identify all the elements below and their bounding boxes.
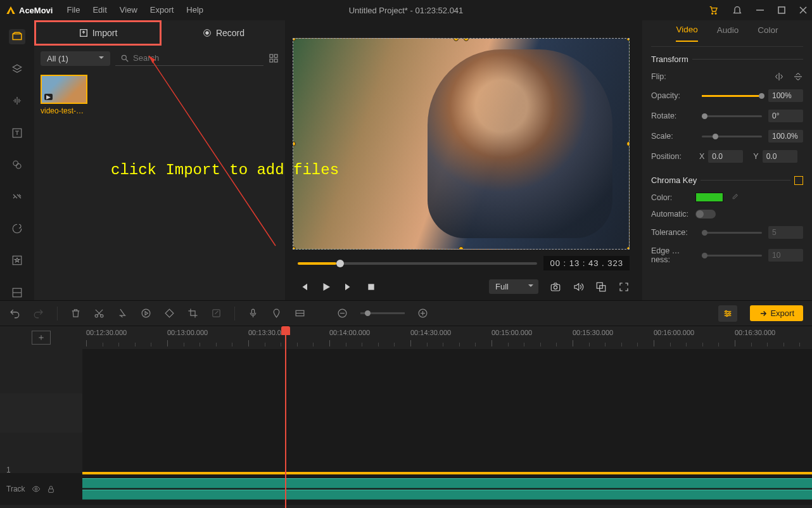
sidebar-layers-icon[interactable] <box>9 61 25 76</box>
playback-slider[interactable] <box>298 262 537 265</box>
aspect-icon[interactable] <box>295 308 305 319</box>
visibility-icon[interactable] <box>32 485 41 493</box>
eyedropper-icon[interactable] <box>730 193 739 202</box>
tab-color[interactable]: Color <box>758 25 778 41</box>
svg-point-8 <box>16 163 22 168</box>
thumbnail-image <box>41 75 87 104</box>
fullscreen-icon[interactable] <box>618 281 630 293</box>
sidebar-audio-icon[interactable] <box>9 93 25 108</box>
play-icon[interactable] <box>320 281 332 293</box>
timeline-ruler[interactable]: ✂ 00:12:30.00000:13:00.00000:13:30.00000… <box>82 326 812 349</box>
edge-input[interactable] <box>768 249 803 262</box>
preview-quality-select[interactable]: Full <box>489 279 538 294</box>
sidebar-animations-icon[interactable] <box>9 221 25 236</box>
sidebar-filters-icon[interactable] <box>9 157 25 172</box>
position-x-input[interactable] <box>708 150 743 163</box>
svg-rect-29 <box>251 309 254 314</box>
undo-icon[interactable] <box>9 308 20 319</box>
menu-help[interactable]: Help <box>180 0 210 20</box>
menu-view[interactable]: View <box>113 0 144 20</box>
auto-toggle[interactable] <box>695 210 716 219</box>
menu-file[interactable]: File <box>60 0 86 20</box>
cut-icon[interactable] <box>94 308 105 319</box>
bell-icon[interactable] <box>732 5 742 15</box>
cart-icon[interactable] <box>708 5 718 15</box>
svg-rect-18 <box>270 59 273 62</box>
speed-icon[interactable] <box>117 308 128 319</box>
mic-icon[interactable] <box>248 308 258 319</box>
search-icon <box>120 54 129 63</box>
pos-x-label: X <box>699 152 704 161</box>
zoom-in-icon[interactable] <box>417 308 428 319</box>
volume-icon[interactable] <box>573 281 584 293</box>
media-thumbnail[interactable]: video-test-c… <box>41 75 87 115</box>
sidebar-transitions-icon[interactable] <box>9 189 25 204</box>
redo-icon[interactable] <box>33 308 44 319</box>
reverse-icon[interactable] <box>141 308 151 319</box>
export-button[interactable]: Export <box>750 305 803 321</box>
auto-label: Automatic: <box>651 210 695 219</box>
ruler-tick: 00:15:00.000 <box>492 329 532 336</box>
settings-button[interactable] <box>718 305 737 322</box>
svg-point-41 <box>729 312 731 314</box>
edge-slider[interactable] <box>702 255 762 257</box>
next-frame-icon[interactable] <box>343 281 355 293</box>
marker-icon[interactable] <box>271 308 282 319</box>
filter-select[interactable]: All (1) <box>41 51 110 66</box>
keyframe-icon[interactable] <box>164 308 175 319</box>
tab-video[interactable]: Video <box>676 25 697 42</box>
rotate-slider[interactable] <box>702 115 762 117</box>
add-track-button[interactable]: ＋ <box>32 331 51 345</box>
maximize-icon[interactable] <box>778 6 785 14</box>
playhead[interactable]: ✂ <box>285 326 286 349</box>
ruler-tick: 00:13:00.000 <box>167 329 208 336</box>
opacity-slider[interactable] <box>702 95 762 97</box>
sidebar-split-icon[interactable] <box>9 285 25 300</box>
menu-export[interactable]: Export <box>144 0 181 20</box>
scale-input[interactable] <box>768 130 803 143</box>
crop-icon[interactable] <box>187 308 198 319</box>
import-button[interactable]: Import <box>34 20 162 46</box>
audio-clip[interactable] <box>82 478 812 488</box>
close-icon[interactable] <box>799 6 807 14</box>
edit-icon[interactable] <box>211 308 222 319</box>
snapshot-icon[interactable] <box>550 281 561 293</box>
search-input[interactable] <box>133 53 258 63</box>
lock-icon[interactable] <box>47 485 55 493</box>
svg-point-40 <box>725 310 727 312</box>
chroma-checkbox[interactable] <box>794 176 803 185</box>
scale-slider[interactable] <box>702 136 762 137</box>
record-button[interactable]: Record <box>162 20 285 46</box>
zoom-out-icon[interactable] <box>337 308 348 319</box>
thumbnail-label: video-test-c… <box>41 106 87 115</box>
audio-clip[interactable] <box>82 490 812 500</box>
chroma-color-swatch[interactable] <box>695 193 723 202</box>
position-y-input[interactable] <box>763 150 797 163</box>
sidebar-text-icon[interactable] <box>9 125 25 140</box>
pos-y-label: Y <box>753 152 758 161</box>
ruler-tick: 00:14:00.000 <box>329 329 370 336</box>
flip-vertical-icon[interactable] <box>793 72 803 82</box>
preview-canvas[interactable] <box>293 38 630 250</box>
minimize-icon[interactable] <box>756 6 764 14</box>
tolerance-slider[interactable] <box>702 232 762 234</box>
delete-icon[interactable] <box>70 308 81 319</box>
track-label: Track <box>6 485 25 493</box>
flip-horizontal-icon[interactable] <box>774 72 784 82</box>
grid-view-icon[interactable] <box>269 53 279 63</box>
ruler-tick: 00:16:30.000 <box>735 329 775 336</box>
ruler-tick: 00:12:30.000 <box>86 329 127 336</box>
detach-icon[interactable] <box>595 281 607 293</box>
opacity-input[interactable] <box>768 89 803 102</box>
app-logo: AceMovi <box>5 4 53 16</box>
prev-frame-icon[interactable] <box>298 281 309 293</box>
zoom-slider[interactable] <box>360 312 405 314</box>
sidebar-elements-icon[interactable] <box>9 253 25 268</box>
stop-icon[interactable] <box>366 282 376 292</box>
tolerance-input[interactable] <box>768 226 803 239</box>
sidebar-media-icon[interactable] <box>9 29 25 44</box>
menu-edit[interactable]: Edit <box>86 0 113 20</box>
svg-point-1 <box>715 13 716 14</box>
tab-audio[interactable]: Audio <box>717 25 739 41</box>
rotate-input[interactable] <box>768 110 803 122</box>
